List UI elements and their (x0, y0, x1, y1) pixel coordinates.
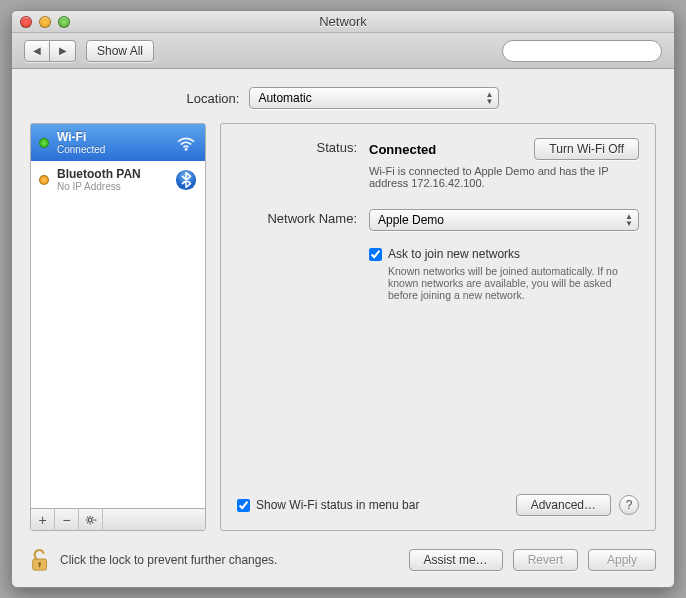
network-preferences-window: Network ◀ ▶ Show All Location: Automatic… (11, 10, 675, 588)
sidebar-item-status: No IP Address (57, 181, 167, 192)
svg-line-9 (87, 516, 88, 517)
show-all-button[interactable]: Show All (86, 40, 154, 62)
forward-button[interactable]: ▶ (50, 40, 76, 62)
show-menubar-input[interactable] (237, 499, 250, 512)
revert-button[interactable]: Revert (513, 549, 578, 571)
main-split: Wi-Fi Connected (30, 123, 656, 531)
detail-pane: Status: Connected Turn Wi-Fi Off Wi-Fi i… (220, 123, 656, 531)
ask-to-join-label: Ask to join new networks (388, 247, 520, 261)
bluetooth-icon (175, 169, 197, 191)
svg-point-4 (88, 518, 92, 522)
status-dot-icon (39, 175, 49, 185)
svg-line-12 (91, 516, 92, 517)
ask-to-join-input[interactable] (369, 248, 382, 261)
location-label: Location: (187, 91, 240, 106)
status-row: Status: Connected Turn Wi-Fi Off Wi-Fi i… (237, 138, 639, 189)
back-button[interactable]: ◀ (24, 40, 50, 62)
bottom-bar: Click the lock to prevent further change… (12, 541, 674, 587)
window-title: Network (12, 14, 674, 29)
show-menubar-checkbox[interactable]: Show Wi-Fi status in menu bar (237, 498, 508, 512)
service-actions-button[interactable] (79, 509, 103, 530)
sidebar-footer: + − (31, 508, 205, 530)
toolbar: ◀ ▶ Show All (12, 33, 674, 69)
svg-line-11 (87, 521, 88, 522)
assist-button[interactable]: Assist me… (409, 549, 503, 571)
wifi-icon (175, 132, 197, 154)
lock-open-icon (30, 547, 52, 573)
chevron-right-icon: ▶ (59, 45, 67, 56)
turn-wifi-off-button[interactable]: Turn Wi-Fi Off (534, 138, 639, 160)
gear-icon (84, 513, 98, 527)
advanced-button[interactable]: Advanced… (516, 494, 611, 516)
sidebar-item-label: Bluetooth PAN (57, 167, 167, 181)
sidebar-item-label: Wi-Fi (57, 130, 167, 144)
network-name-select-wrap[interactable]: Apple Demo ▲▼ (369, 209, 639, 231)
remove-service-button[interactable]: − (55, 509, 79, 530)
svg-rect-15 (39, 564, 40, 568)
nav-segment: ◀ ▶ (24, 40, 76, 62)
sidebar-item-wifi[interactable]: Wi-Fi Connected (31, 124, 205, 161)
ask-to-join-description: Known networks will be joined automatica… (388, 265, 638, 301)
sidebar-item-status: Connected (57, 144, 167, 155)
lock-area[interactable]: Click the lock to prevent further change… (30, 547, 399, 573)
network-name-select[interactable]: Apple Demo (369, 209, 639, 231)
chevron-left-icon: ◀ (33, 45, 41, 56)
service-list: Wi-Fi Connected (31, 124, 205, 508)
sidebar-item-bluetooth-pan[interactable]: Bluetooth PAN No IP Address (31, 161, 205, 198)
add-service-button[interactable]: + (31, 509, 55, 530)
titlebar: Network (12, 11, 674, 33)
location-select[interactable]: Automatic (249, 87, 499, 109)
body: Location: Automatic ▲▼ Wi-Fi Connected (12, 69, 674, 541)
detail-footer: Show Wi-Fi status in menu bar Advanced… … (237, 486, 639, 516)
status-dot-icon (39, 138, 49, 148)
location-select-wrap[interactable]: Automatic ▲▼ (249, 87, 499, 109)
lock-text: Click the lock to prevent further change… (60, 553, 277, 567)
network-name-label: Network Name: (237, 209, 357, 231)
svg-point-2 (185, 148, 188, 151)
ask-to-join-row: Ask to join new networks Known networks … (237, 247, 639, 301)
status-value: Connected (369, 142, 436, 157)
network-name-row: Network Name: Apple Demo ▲▼ (237, 209, 639, 231)
status-label: Status: (237, 138, 357, 189)
help-button[interactable]: ? (619, 495, 639, 515)
sidebar: Wi-Fi Connected (30, 123, 206, 531)
search-field[interactable] (502, 40, 662, 62)
show-menubar-label: Show Wi-Fi status in menu bar (256, 498, 419, 512)
status-description: Wi-Fi is connected to Apple Demo and has… (369, 165, 609, 189)
ask-to-join-checkbox[interactable]: Ask to join new networks (369, 247, 639, 261)
search-input[interactable] (515, 44, 665, 58)
apply-button[interactable]: Apply (588, 549, 656, 571)
svg-line-10 (91, 521, 92, 522)
location-row: Location: Automatic ▲▼ (30, 87, 656, 109)
